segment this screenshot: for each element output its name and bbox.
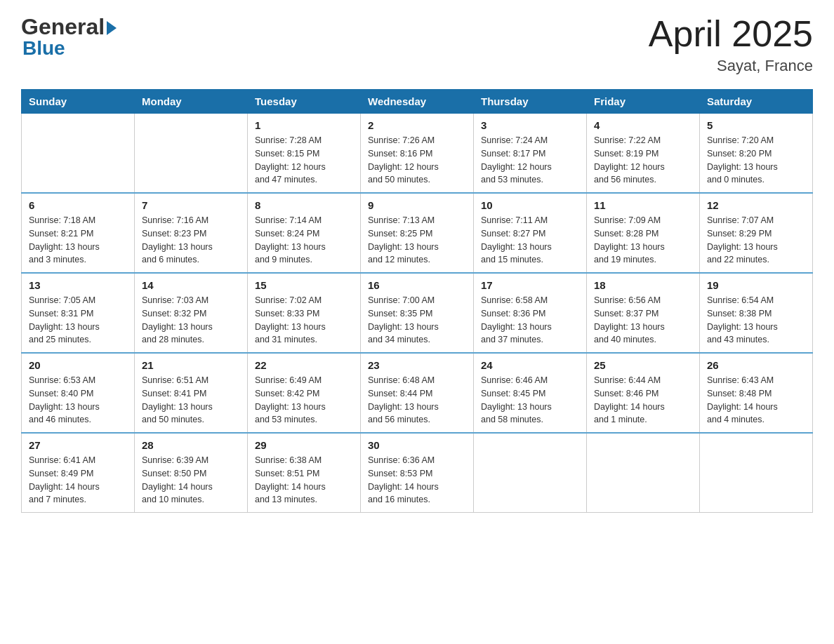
- calendar-cell: [587, 433, 700, 513]
- col-saturday: Saturday: [700, 90, 813, 114]
- day-info: Sunrise: 6:54 AM Sunset: 8:38 PM Dayligh…: [707, 294, 805, 347]
- calendar-header-row: Sunday Monday Tuesday Wednesday Thursday…: [22, 90, 813, 114]
- calendar-cell: 2Sunrise: 7:26 AM Sunset: 8:16 PM Daylig…: [361, 114, 474, 194]
- day-number: 4: [594, 119, 692, 131]
- calendar-cell: 15Sunrise: 7:02 AM Sunset: 8:33 PM Dayli…: [248, 273, 361, 353]
- day-info: Sunrise: 6:39 AM Sunset: 8:50 PM Dayligh…: [142, 454, 240, 507]
- day-number: 11: [594, 199, 692, 211]
- calendar-table: Sunday Monday Tuesday Wednesday Thursday…: [21, 89, 813, 513]
- day-info: Sunrise: 6:38 AM Sunset: 8:51 PM Dayligh…: [255, 454, 353, 507]
- day-info: Sunrise: 7:02 AM Sunset: 8:33 PM Dayligh…: [255, 294, 353, 347]
- calendar-week-2: 6Sunrise: 7:18 AM Sunset: 8:21 PM Daylig…: [22, 193, 813, 273]
- calendar-cell: [700, 433, 813, 513]
- calendar-cell: 24Sunrise: 6:46 AM Sunset: 8:45 PM Dayli…: [474, 353, 587, 433]
- calendar-cell: 22Sunrise: 6:49 AM Sunset: 8:42 PM Dayli…: [248, 353, 361, 433]
- day-info: Sunrise: 7:03 AM Sunset: 8:32 PM Dayligh…: [142, 294, 240, 347]
- day-info: Sunrise: 6:51 AM Sunset: 8:41 PM Dayligh…: [142, 374, 240, 427]
- day-number: 30: [368, 439, 466, 451]
- calendar-cell: 29Sunrise: 6:38 AM Sunset: 8:51 PM Dayli…: [248, 433, 361, 513]
- logo: General Blue: [21, 14, 117, 60]
- calendar-cell: 28Sunrise: 6:39 AM Sunset: 8:50 PM Dayli…: [135, 433, 248, 513]
- calendar-cell: 16Sunrise: 7:00 AM Sunset: 8:35 PM Dayli…: [361, 273, 474, 353]
- day-info: Sunrise: 6:36 AM Sunset: 8:53 PM Dayligh…: [368, 454, 466, 507]
- calendar-cell: 13Sunrise: 7:05 AM Sunset: 8:31 PM Dayli…: [22, 273, 135, 353]
- day-info: Sunrise: 7:13 AM Sunset: 8:25 PM Dayligh…: [368, 214, 466, 267]
- calendar-week-3: 13Sunrise: 7:05 AM Sunset: 8:31 PM Dayli…: [22, 273, 813, 353]
- day-number: 28: [142, 439, 240, 451]
- calendar-cell: 10Sunrise: 7:11 AM Sunset: 8:27 PM Dayli…: [474, 193, 587, 273]
- calendar-cell: 17Sunrise: 6:58 AM Sunset: 8:36 PM Dayli…: [474, 273, 587, 353]
- calendar-cell: 14Sunrise: 7:03 AM Sunset: 8:32 PM Dayli…: [135, 273, 248, 353]
- calendar-cell: 18Sunrise: 6:56 AM Sunset: 8:37 PM Dayli…: [587, 273, 700, 353]
- day-info: Sunrise: 7:05 AM Sunset: 8:31 PM Dayligh…: [29, 294, 127, 347]
- day-number: 26: [707, 359, 805, 371]
- day-number: 22: [255, 359, 353, 371]
- logo-general: General: [21, 14, 105, 40]
- day-number: 20: [29, 359, 127, 371]
- day-number: 5: [707, 119, 805, 131]
- day-info: Sunrise: 6:41 AM Sunset: 8:49 PM Dayligh…: [29, 454, 127, 507]
- day-info: Sunrise: 6:53 AM Sunset: 8:40 PM Dayligh…: [29, 374, 127, 427]
- calendar-cell: 27Sunrise: 6:41 AM Sunset: 8:49 PM Dayli…: [22, 433, 135, 513]
- day-info: Sunrise: 7:28 AM Sunset: 8:15 PM Dayligh…: [255, 134, 353, 187]
- calendar-cell: 3Sunrise: 7:24 AM Sunset: 8:17 PM Daylig…: [474, 114, 587, 194]
- calendar-cell: 11Sunrise: 7:09 AM Sunset: 8:28 PM Dayli…: [587, 193, 700, 273]
- day-info: Sunrise: 6:49 AM Sunset: 8:42 PM Dayligh…: [255, 374, 353, 427]
- day-number: 1: [255, 119, 353, 131]
- day-number: 23: [368, 359, 466, 371]
- day-number: 16: [368, 279, 466, 291]
- day-info: Sunrise: 7:11 AM Sunset: 8:27 PM Dayligh…: [481, 214, 579, 267]
- day-info: Sunrise: 7:14 AM Sunset: 8:24 PM Dayligh…: [255, 214, 353, 267]
- day-number: 3: [481, 119, 579, 131]
- day-number: 15: [255, 279, 353, 291]
- day-info: Sunrise: 7:09 AM Sunset: 8:28 PM Dayligh…: [594, 214, 692, 267]
- day-number: 25: [594, 359, 692, 371]
- day-number: 13: [29, 279, 127, 291]
- calendar-cell: 25Sunrise: 6:44 AM Sunset: 8:46 PM Dayli…: [587, 353, 700, 433]
- day-number: 2: [368, 119, 466, 131]
- page-header: General Blue April 2025 Sayat, France: [21, 14, 813, 75]
- calendar-cell: 21Sunrise: 6:51 AM Sunset: 8:41 PM Dayli…: [135, 353, 248, 433]
- day-info: Sunrise: 7:16 AM Sunset: 8:23 PM Dayligh…: [142, 214, 240, 267]
- day-number: 14: [142, 279, 240, 291]
- calendar-cell: 19Sunrise: 6:54 AM Sunset: 8:38 PM Dayli…: [700, 273, 813, 353]
- calendar-cell: [474, 433, 587, 513]
- logo-triangle-icon: [107, 21, 117, 35]
- day-number: 24: [481, 359, 579, 371]
- day-info: Sunrise: 7:00 AM Sunset: 8:35 PM Dayligh…: [368, 294, 466, 347]
- location: Sayat, France: [649, 57, 813, 75]
- day-info: Sunrise: 7:22 AM Sunset: 8:19 PM Dayligh…: [594, 134, 692, 187]
- day-info: Sunrise: 6:56 AM Sunset: 8:37 PM Dayligh…: [594, 294, 692, 347]
- day-info: Sunrise: 7:07 AM Sunset: 8:29 PM Dayligh…: [707, 214, 805, 267]
- day-number: 10: [481, 199, 579, 211]
- calendar-cell: 30Sunrise: 6:36 AM Sunset: 8:53 PM Dayli…: [361, 433, 474, 513]
- day-number: 12: [707, 199, 805, 211]
- calendar-cell: 1Sunrise: 7:28 AM Sunset: 8:15 PM Daylig…: [248, 114, 361, 194]
- day-info: Sunrise: 7:18 AM Sunset: 8:21 PM Dayligh…: [29, 214, 127, 267]
- day-info: Sunrise: 7:20 AM Sunset: 8:20 PM Dayligh…: [707, 134, 805, 187]
- day-number: 19: [707, 279, 805, 291]
- col-thursday: Thursday: [474, 90, 587, 114]
- calendar-cell: [22, 114, 135, 194]
- calendar-cell: 9Sunrise: 7:13 AM Sunset: 8:25 PM Daylig…: [361, 193, 474, 273]
- col-friday: Friday: [587, 90, 700, 114]
- day-number: 6: [29, 199, 127, 211]
- logo-blue: Blue: [22, 37, 65, 60]
- day-number: 29: [255, 439, 353, 451]
- title-section: April 2025 Sayat, France: [649, 14, 813, 75]
- day-info: Sunrise: 7:26 AM Sunset: 8:16 PM Dayligh…: [368, 134, 466, 187]
- col-tuesday: Tuesday: [248, 90, 361, 114]
- calendar-cell: [135, 114, 248, 194]
- day-info: Sunrise: 6:46 AM Sunset: 8:45 PM Dayligh…: [481, 374, 579, 427]
- day-number: 27: [29, 439, 127, 451]
- day-info: Sunrise: 6:48 AM Sunset: 8:44 PM Dayligh…: [368, 374, 466, 427]
- calendar-cell: 12Sunrise: 7:07 AM Sunset: 8:29 PM Dayli…: [700, 193, 813, 273]
- calendar-week-1: 1Sunrise: 7:28 AM Sunset: 8:15 PM Daylig…: [22, 114, 813, 194]
- calendar-cell: 6Sunrise: 7:18 AM Sunset: 8:21 PM Daylig…: [22, 193, 135, 273]
- day-info: Sunrise: 7:24 AM Sunset: 8:17 PM Dayligh…: [481, 134, 579, 187]
- day-number: 9: [368, 199, 466, 211]
- calendar-cell: 4Sunrise: 7:22 AM Sunset: 8:19 PM Daylig…: [587, 114, 700, 194]
- day-number: 17: [481, 279, 579, 291]
- day-number: 18: [594, 279, 692, 291]
- month-title: April 2025: [649, 14, 813, 54]
